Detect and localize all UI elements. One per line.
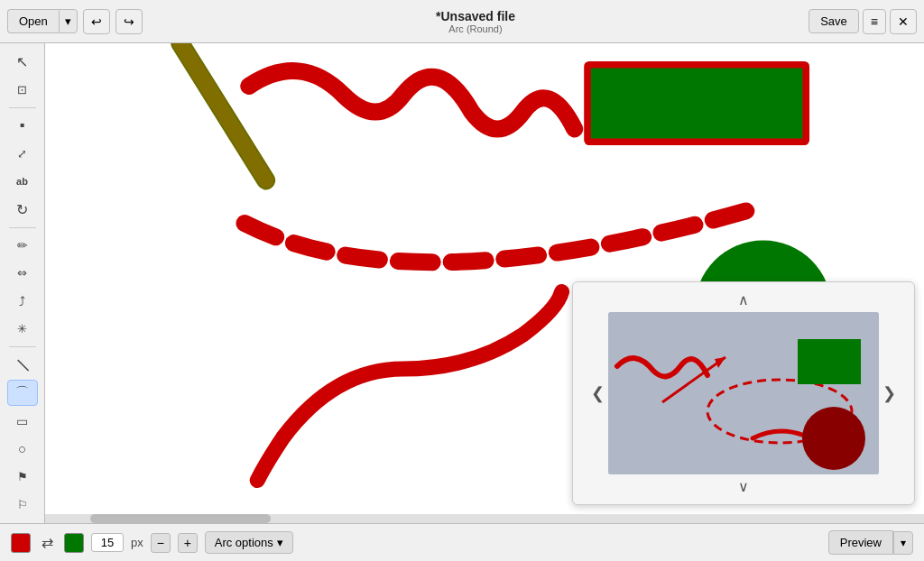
size-increase-button[interactable]: + [178,533,198,553]
left-toolbar: ↖ ⊡ ▪ ⤢ ab ↻ ✏ ⇔ ⤴ ✳ | ⌒ ▭ ○ ⚑ ⚐ [0,43,45,523]
preview-content-row: ❮ [591,312,896,474]
preview-button[interactable]: Preview [828,530,893,555]
canvas-scrollbar[interactable] [45,514,924,523]
preview-down-button[interactable]: ∨ [731,476,756,497]
svg-point-10 [802,407,865,470]
tool-eyedropper[interactable]: ✏ [7,232,38,258]
tool-star[interactable]: ✳ [7,316,38,342]
save-button[interactable]: Save [808,9,859,33]
open-button[interactable]: Open [7,9,59,33]
tool-scale[interactable]: ⤢ [7,141,38,167]
swap-colors-button[interactable]: ⇄ [38,532,57,553]
size-decrease-button[interactable]: − [151,533,171,553]
preview-nav-top: ∧ [578,288,909,312]
svg-rect-2 [587,65,806,143]
preview-left-button[interactable]: ❮ [591,383,605,403]
tool-node[interactable]: ⤴ [7,288,38,314]
canvas-scrollbar-thumb[interactable] [90,514,271,523]
tool-arc[interactable]: ⌒ [7,380,38,406]
tool-flip[interactable]: ⇔ [7,260,38,286]
header-center: *Unsaved file Arc (Round) [436,9,515,34]
redo-button[interactable]: ↪ [116,9,143,34]
file-subtitle: Arc (Round) [448,23,502,34]
tool-marker[interactable]: ⚐ [7,492,38,518]
preview-button-group: Preview ▾ [828,530,913,555]
preview-dropdown-button[interactable]: ▾ [893,531,913,555]
tool-pointer[interactable]: ↖ [7,49,38,75]
preview-nav-bottom: ∨ [578,474,909,499]
preview-right-button[interactable]: ❯ [882,383,896,403]
header: Open ▾ ↩ ↪ *Unsaved file Arc (Round) Sav… [0,0,924,43]
canvas-area[interactable]: ∧ ❮ [45,43,924,523]
tool-rectangle[interactable]: ▭ [7,408,38,434]
menu-button[interactable]: ≡ [863,9,886,34]
open-button-group: Open ▾ [7,9,78,33]
tool-ellipse[interactable]: ○ [7,436,38,462]
header-right: Save ≡ ✕ [808,9,917,34]
preview-image [608,312,879,474]
size-input[interactable] [91,533,124,552]
bottom-bar: ⇄ px − + Arc options ▾ Preview ▾ [0,523,924,561]
arc-options-label: Arc options [215,536,273,549]
preview-up-button[interactable]: ∧ [731,290,756,310]
undo-button[interactable]: ↩ [83,9,110,34]
svg-line-1 [180,43,266,180]
svg-rect-9 [798,339,861,384]
tool-line[interactable]: | [2,345,42,385]
preview-panel: ∧ ❮ [572,281,915,505]
fill-color-swatch[interactable] [64,533,84,553]
arc-options-group: Arc options ▾ [205,531,293,554]
open-dropdown-button[interactable]: ▾ [59,9,78,33]
tool-rotate[interactable]: ↻ [7,197,38,223]
arc-options-arrow-icon: ▾ [277,536,283,549]
close-button[interactable]: ✕ [890,9,917,34]
tool-crop[interactable]: ⊡ [7,77,38,103]
file-title: *Unsaved file [436,9,515,23]
tool-path[interactable]: ⚑ [7,464,38,490]
toolbar-separator-2 [9,227,36,228]
arc-options-button[interactable]: Arc options ▾ [205,531,293,554]
tool-select[interactable]: ▪ [7,113,38,139]
stroke-color-swatch[interactable] [11,533,31,553]
tool-text[interactable]: ab [7,169,38,195]
main-area: ↖ ⊡ ▪ ⤢ ab ↻ ✏ ⇔ ⤴ ✳ | ⌒ ▭ ○ ⚑ ⚐ [0,43,924,523]
preview-svg [608,312,879,474]
toolbar-separator-1 [9,107,36,108]
unit-label: px [131,536,143,549]
header-left: Open ▾ ↩ ↪ [7,9,143,34]
